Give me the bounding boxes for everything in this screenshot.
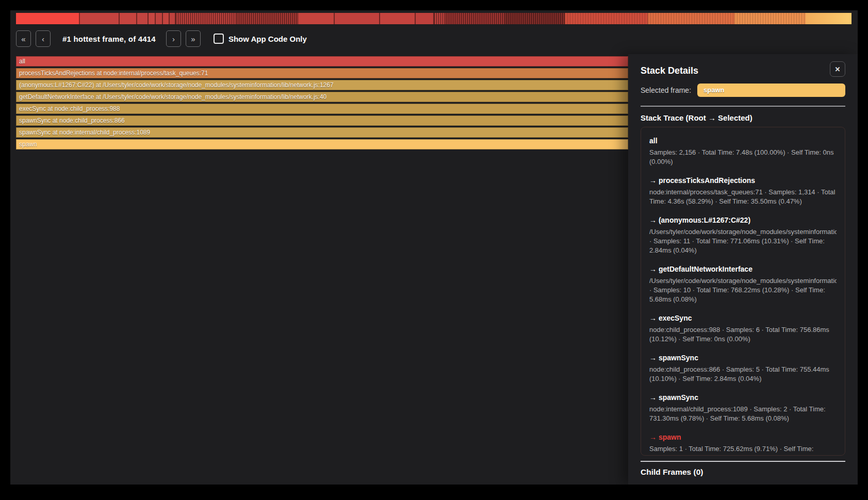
minimap-segment xyxy=(565,13,648,24)
close-button[interactable]: ✕ xyxy=(830,61,845,77)
flame-row-label: execSync at node:child_process:988 xyxy=(16,104,628,114)
flame-row-label: all xyxy=(16,56,628,66)
arrow-right-icon: → xyxy=(649,314,659,322)
minimap-segment xyxy=(149,13,156,24)
stack-entry-detail: node:child_process:866 · Samples: 5 · To… xyxy=(649,365,837,384)
toolbar: « ‹ #1 hottest frame, of 4414 › » Show A… xyxy=(16,30,307,47)
stack-entry-name: → getDefaultNetworkInterface xyxy=(649,264,837,274)
selected-frame-row: Selected frame: spawn xyxy=(641,84,845,97)
stack-entry-detail: node:child_process:988 · Samples: 6 · To… xyxy=(649,325,837,344)
minimap-segment xyxy=(380,13,416,24)
child-frames-title: Child Frames (0) xyxy=(641,462,845,485)
minimap-segment xyxy=(16,13,80,24)
flame-row[interactable]: spawnSync at node:child_process:866 xyxy=(16,115,628,126)
stack-entry-detail: Samples: 2,156 · Total Time: 7.48s (100.… xyxy=(649,148,837,166)
flame-minimap[interactable] xyxy=(16,13,851,24)
stack-entry-name: → spawn xyxy=(649,432,837,442)
profiler-page: { "minimap": { "segments": [ {"w":124,"c… xyxy=(0,0,868,500)
prev-frame-button[interactable]: ‹ xyxy=(36,30,51,47)
profiler-app: « ‹ #1 hottest frame, of 4414 › » Show A… xyxy=(10,10,858,485)
stack-details-panel: Stack Details ✕ Selected frame: spawn St… xyxy=(628,54,858,485)
flame-row[interactable]: getDefaultNetworkInterface at /Users/tyl… xyxy=(16,92,628,102)
stack-entry[interactable]: → getDefaultNetworkInterface/Users/tyler… xyxy=(649,264,837,304)
stack-entry-detail: /Users/tyler/code/work/storage/node_modu… xyxy=(649,276,837,304)
minimap-segment xyxy=(504,13,564,24)
arrow-right-icon: → xyxy=(649,216,659,224)
stack-entry-detail: node:internal/process/task_queues:71 · S… xyxy=(649,188,837,206)
minimap-segment xyxy=(445,13,504,24)
stack-entry[interactable]: → (anonymous:L#1267:C#22)/Users/tyler/co… xyxy=(649,215,837,255)
stack-entry-name: all xyxy=(649,136,837,146)
selected-frame-label: Selected frame: xyxy=(641,86,691,94)
minimap-segment xyxy=(299,13,335,24)
stack-entry-name: → spawnSync xyxy=(649,353,837,363)
minimap-segment xyxy=(806,13,851,24)
minimap-segment xyxy=(80,13,120,24)
stack-entry-detail: Samples: 1 · Total Time: 725.62ms (9.71%… xyxy=(649,444,837,456)
divider xyxy=(641,106,845,107)
flame-graph: allprocessTicksAndRejections at node:int… xyxy=(16,56,628,151)
flame-row-label: (anonymous:L#1267:C#22) at /Users/tyler/… xyxy=(16,80,628,90)
panel-title: Stack Details xyxy=(641,65,698,76)
stack-entry-detail: /Users/tyler/code/work/storage/node_modu… xyxy=(649,227,837,255)
flame-row[interactable]: all xyxy=(16,56,628,66)
flame-row-selected[interactable]: spawn xyxy=(16,139,628,149)
arrow-right-icon: → xyxy=(649,354,659,362)
next-frame-button[interactable]: › xyxy=(166,30,181,47)
stack-entry[interactable]: → spawnSyncnode:child_process:866 · Samp… xyxy=(649,353,837,384)
minimap-segment xyxy=(416,13,435,24)
stack-entry[interactable]: → execSyncnode:child_process:988 · Sampl… xyxy=(649,313,837,344)
panel-header: Stack Details ✕ xyxy=(641,61,845,77)
flame-row-label: processTicksAndRejections at node:intern… xyxy=(16,68,628,78)
last-frame-button[interactable]: » xyxy=(186,30,201,47)
minimap-segment xyxy=(170,13,176,24)
minimap-segment xyxy=(734,13,806,24)
stack-entry-name: → processTicksAndRejections xyxy=(649,175,837,186)
selected-frame-value: spawn xyxy=(697,84,845,97)
flame-row-label: spawn xyxy=(16,139,628,149)
stack-entry[interactable]: → spawnSyncnode:internal/child_process:1… xyxy=(649,392,837,423)
stack-entry-name: → spawnSync xyxy=(649,392,837,403)
flame-row[interactable]: spawnSync at node:internal/child_process… xyxy=(16,127,628,138)
stack-entry[interactable]: allSamples: 2,156 · Total Time: 7.48s (1… xyxy=(649,136,837,166)
flame-row[interactable]: processTicksAndRejections at node:intern… xyxy=(16,68,628,78)
stack-trace-title: Stack Trace (Root → Selected) xyxy=(641,113,845,122)
flame-row[interactable]: (anonymous:L#1267:C#22) at /Users/tyler/… xyxy=(16,80,628,90)
arrow-right-icon: → xyxy=(649,433,659,441)
stack-entry-detail: node:internal/child_process:1089 · Sampl… xyxy=(649,405,837,423)
flame-row-label: getDefaultNetworkInterface at /Users/tyl… xyxy=(16,92,628,102)
flame-row[interactable]: execSync at node:child_process:988 xyxy=(16,104,628,114)
first-frame-button[interactable]: « xyxy=(16,30,31,47)
minimap-segment xyxy=(176,13,237,24)
close-icon: ✕ xyxy=(835,65,841,73)
stack-entry-name: → (anonymous:L#1267:C#22) xyxy=(649,215,837,225)
stack-entry[interactable]: → processTicksAndRejectionsnode:internal… xyxy=(649,175,837,206)
checkbox-icon[interactable] xyxy=(214,34,224,44)
minimap-segment xyxy=(156,13,163,24)
minimap-segment xyxy=(237,13,298,24)
minimap-segment xyxy=(120,13,137,24)
minimap-segment xyxy=(648,13,734,24)
show-app-code-checkbox[interactable]: Show App Code Only xyxy=(214,34,307,44)
stack-entry[interactable]: → spawnSamples: 1 · Total Time: 725.62ms… xyxy=(649,432,837,456)
minimap-segment xyxy=(434,13,445,24)
show-app-code-label: Show App Code Only xyxy=(228,35,307,43)
arrow-right-icon: → xyxy=(649,393,659,402)
minimap-segment xyxy=(137,13,149,24)
flame-row-label: spawnSync at node:internal/child_process… xyxy=(16,127,628,138)
minimap-segment xyxy=(335,13,380,24)
flame-row-label: spawnSync at node:child_process:866 xyxy=(16,115,628,126)
minimap-segment xyxy=(163,13,170,24)
stack-trace-list: allSamples: 2,156 · Total Time: 7.48s (1… xyxy=(641,127,845,456)
stack-entry-name: → execSync xyxy=(649,313,837,323)
arrow-right-icon: → xyxy=(649,265,659,273)
hottest-frame-label: #1 hottest frame, of 4414 xyxy=(62,35,156,43)
arrow-right-icon: → xyxy=(649,176,659,185)
